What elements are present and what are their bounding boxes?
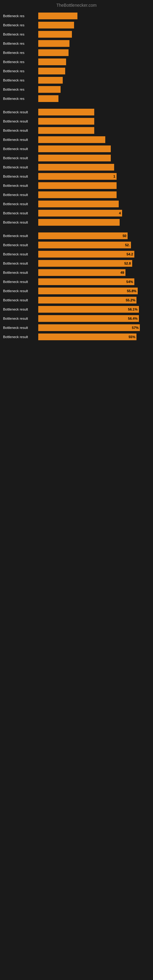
bar-fill [38,77,63,84]
bar-fill [38,200,119,207]
bar-fill: 55.2% [38,297,137,304]
bar-wrapper: 55.8% [38,288,150,294]
bar-wrapper [38,191,150,198]
bar-row: Bottleneck result [3,145,150,153]
bar-label: Bottleneck result [3,280,38,283]
bar-value: 57% [132,326,139,329]
bar-value: 55.8% [127,289,137,293]
bar-value: 56.4% [128,317,137,320]
bar-wrapper [38,13,150,19]
bar-label: Bottleneck res [3,41,38,45]
bar-row: Bottleneck res [3,67,150,75]
bar-row: Bottleneck result55% [3,332,150,341]
bar-fill: 55.8% [38,288,138,294]
bar-value: 54% [126,280,133,283]
bar-label: Bottleneck result [3,156,38,160]
bar-fill: 49 [38,269,126,276]
bar-row: Bottleneck result [3,200,150,208]
bar-row: Bottleneck result56.1% [3,305,150,313]
page-header: TheBottlenecker.com [0,0,153,12]
bar-wrapper: 54.2 [38,251,150,258]
bar-fill [38,155,111,161]
bar-fill [38,22,74,29]
bar-fill: 57% [38,324,140,331]
bar-wrapper [38,182,150,189]
bar-wrapper [38,145,150,152]
bar-row: Bottleneck result [3,191,150,199]
bar-wrapper: 1 [38,173,150,180]
bar-label: Bottleneck result [3,261,38,265]
bar-label: Bottleneck result [3,147,38,151]
bar-wrapper [38,118,150,125]
bar-fill [38,191,116,198]
bar-value: 54.2 [126,252,133,256]
bar-wrapper: 4 [38,210,150,216]
bar-wrapper [38,127,150,134]
bar-fill [38,109,94,115]
bar-wrapper: 50 [38,232,150,239]
bar-label: Bottleneck res [3,23,38,27]
site-title: TheBottlenecker.com [56,3,97,8]
bar-fill: 54.2 [38,251,134,258]
bar-label: Bottleneck result [3,234,38,238]
bar-label: Bottleneck result [3,243,38,247]
bar-row: Bottleneck result56.4% [3,314,150,323]
bar-fill [38,86,61,93]
bar-value: 56.1% [128,307,137,311]
bar-fill [38,182,116,189]
bar-fill: 50 [38,232,128,239]
bar-row: Bottleneck res [3,94,150,103]
bar-fill [38,164,114,170]
bar-fill [38,95,59,102]
bar-wrapper [38,164,150,170]
bar-label: Bottleneck result [3,317,38,320]
bar-row: Bottleneck result54% [3,277,150,286]
bar-row: Bottleneck result55.8% [3,286,150,295]
bar-row: Bottleneck result55.2% [3,296,150,304]
bar-wrapper: 54% [38,278,150,285]
bar-label: Bottleneck result [3,138,38,142]
bar-value: 52.8 [124,261,131,265]
bar-wrapper [38,68,150,75]
bar-label: Bottleneck result [3,129,38,132]
chart-container: Bottleneck resBottleneck resBottleneck r… [0,12,153,342]
bar-label: Bottleneck res [3,51,38,54]
bar-row: Bottleneck res [3,39,150,48]
bar-label: Bottleneck result [3,202,38,206]
bar-fill: 56.1% [38,306,139,313]
bar-row: Bottleneck result [3,117,150,126]
bar-fill: 52.8 [38,260,132,267]
bar-row: Bottleneck result50 [3,232,150,240]
bar-fill [38,136,105,143]
bar-row: Bottleneck result1 [3,172,150,181]
bar-label: Bottleneck result [3,184,38,188]
bar-row: Bottleneck result [3,218,150,227]
bar-row: Bottleneck result52. [3,241,150,249]
bar-label: Bottleneck result [3,110,38,114]
bar-fill [38,127,94,134]
bar-fill: 55% [38,334,137,340]
bar-wrapper [38,31,150,38]
bar-wrapper: 56.4% [38,315,150,322]
bar-label: Bottleneck result [3,221,38,224]
bar-row: Bottleneck res [3,30,150,38]
bar-wrapper [38,77,150,84]
bar-value: 50 [123,234,126,238]
bar-row: Bottleneck result [3,135,150,144]
bar-row: Bottleneck res [3,12,150,20]
bar-fill [38,59,66,65]
bar-label: Bottleneck result [3,252,38,256]
bar-label: Bottleneck result [3,165,38,169]
bar-value: 4 [119,211,121,215]
bar-fill [38,40,70,47]
bar-label: Bottleneck result [3,271,38,274]
bar-wrapper: 49 [38,269,150,276]
bar-row: Bottleneck result4 [3,209,150,218]
bar-label: Bottleneck res [3,69,38,73]
bar-label: Bottleneck result [3,289,38,293]
bar-wrapper [38,109,150,115]
bar-row: Bottleneck result49 [3,268,150,277]
bar-fill: 52. [38,242,131,248]
bar-wrapper: 55% [38,334,150,340]
bar-label: Bottleneck result [3,175,38,178]
